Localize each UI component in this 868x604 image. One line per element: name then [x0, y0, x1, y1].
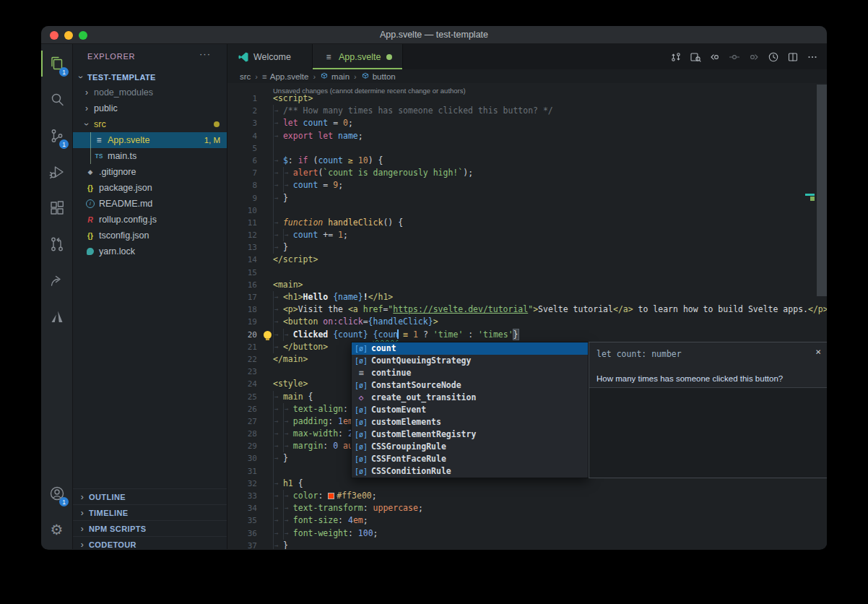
suggestion-create_out_transition[interactable]: create_out_transition: [352, 392, 588, 404]
suggestion-cssgroupingrule[interactable]: CSSGroupingRule: [352, 441, 588, 453]
code-line-9[interactable]: 9→}: [227, 192, 827, 204]
color-swatch[interactable]: [328, 493, 334, 499]
code-line-37[interactable]: 37→}: [227, 540, 827, 549]
breadcrumb-item-app-svelte[interactable]: ≡App.svelte: [262, 72, 308, 81]
file-row-tsconfig-json[interactable]: tsconfig.json: [73, 228, 227, 243]
sidebar-panel-codetour[interactable]: ›CODETOUR: [73, 536, 227, 550]
code-line-15[interactable]: 15: [227, 267, 827, 279]
code-line-35[interactable]: 35→→font-size: 4em;: [227, 514, 827, 527]
azure-icon: [48, 308, 66, 325]
code-line-3[interactable]: 3→let count = 0;: [227, 117, 827, 129]
breadcrumb[interactable]: src›≡App.svelte›main›button: [227, 69, 827, 83]
code-line-2[interactable]: 2→/** How many times has someone clicked…: [227, 105, 827, 117]
lightbulb-icon[interactable]: [264, 331, 272, 339]
line-number: 4: [227, 130, 273, 142]
more-actions-icon[interactable]: [807, 51, 818, 63]
file-row--gitignore[interactable]: .gitignore: [73, 164, 227, 180]
suggestion-customelementregistry[interactable]: CustomElementRegistry: [352, 428, 588, 441]
chevron-down-icon: ›: [76, 74, 86, 81]
line-number: 16: [227, 279, 273, 291]
sidebar-panel-timeline[interactable]: ›TIMELINE: [73, 504, 227, 520]
file-row-app-svelte[interactable]: App.svelte1, M: [73, 132, 227, 148]
file-row-package-json[interactable]: package.json: [73, 180, 227, 196]
activity-bar-item-extensions[interactable]: [41, 190, 72, 226]
activity-bar-item-source-control[interactable]: 1: [41, 118, 72, 154]
code-line-1[interactable]: 1<script>: [227, 92, 827, 105]
code-line-10[interactable]: 10: [227, 204, 827, 217]
previous-change-icon[interactable]: [709, 51, 721, 63]
activity-bar-item-live-share[interactable]: [41, 262, 72, 298]
file-row-readme-md[interactable]: README.md: [73, 196, 227, 212]
suggestion-continue[interactable]: continue: [352, 367, 588, 379]
code-line-18[interactable]: 18→<p>Visit the <a href="https://svelte.…: [227, 303, 827, 316]
code-line-13[interactable]: 13→}: [227, 241, 827, 254]
window-title: App.svelte — test-template: [41, 30, 827, 40]
code-line-12[interactable]: 12→→count += 1;: [227, 229, 827, 241]
file-row-rollup-config-js[interactable]: rollup.config.js: [73, 212, 227, 228]
code-line-36[interactable]: 36→→font-weight: 100;: [227, 527, 827, 540]
file-row-yarn-lock[interactable]: yarn.lock: [73, 243, 227, 259]
start-timer-icon[interactable]: [768, 51, 779, 63]
suggest-details-empty-area: [589, 387, 827, 478]
breadcrumb-item-main[interactable]: main: [320, 72, 350, 81]
code-line-6[interactable]: 6→$: if (count ≥ 10) {: [227, 155, 827, 167]
title-bar[interactable]: App.svelte — test-template: [41, 26, 827, 44]
line-number: 11: [227, 217, 273, 229]
code-line-11[interactable]: 11→function handleClick() {: [227, 217, 827, 229]
symbol-variable-icon: [355, 355, 368, 367]
symbol-variable-icon: [355, 465, 368, 478]
code-line-8[interactable]: 8→→count = 9;: [227, 179, 827, 191]
suggestion-label: continue: [371, 367, 411, 379]
breadcrumb-item-src[interactable]: src: [240, 72, 251, 81]
open-changes-icon[interactable]: [670, 51, 682, 63]
activity-bar-item-run-and-debug[interactable]: [41, 154, 72, 190]
code-line-14[interactable]: 14</script>: [227, 254, 827, 266]
workspace-section-header[interactable]: › TEST-TEMPLATE: [73, 69, 227, 85]
code-line-32[interactable]: 32→h1 {: [227, 478, 827, 490]
file-row-main-ts[interactable]: main.ts: [73, 148, 227, 164]
code-line-33[interactable]: 33→→color: #ff3e00;: [227, 490, 827, 502]
current-change-icon[interactable]: [729, 51, 740, 63]
tab-welcome[interactable]: Welcome: [227, 44, 313, 69]
code-line-4[interactable]: 4→export let name;: [227, 130, 827, 142]
sidebar-more-actions-icon[interactable]: ···: [199, 48, 211, 59]
suggestion-customevent[interactable]: CustomEvent: [352, 404, 588, 416]
chevron-down-icon: ›: [82, 121, 92, 128]
file-row-src[interactable]: ›src: [73, 116, 227, 132]
activity-bar-item-azure[interactable]: [41, 298, 72, 335]
breadcrumb-item-button[interactable]: button: [361, 72, 396, 81]
suggestion-cssconditionrule[interactable]: CSSConditionRule: [352, 465, 588, 478]
next-change-icon[interactable]: [748, 51, 760, 63]
code-line-7[interactable]: 7→→alert(`count is dangerously high!`);: [227, 167, 827, 179]
code-line-5[interactable]: 5: [227, 142, 827, 155]
editor-scrollbar[interactable]: [817, 85, 827, 296]
activity-bar-top: 11: [41, 46, 72, 335]
split-editor-icon[interactable]: [787, 51, 799, 63]
code-line-19[interactable]: 19→<button on:click={handleClick}>: [227, 316, 827, 328]
file-row-node-modules[interactable]: ›node_modules: [73, 85, 227, 100]
suggestion-customelements[interactable]: customElements: [352, 416, 588, 428]
sidebar-panel-npm-scripts[interactable]: ›NPM SCRIPTS: [73, 520, 227, 536]
suggestion-countqueuingstrategy[interactable]: CountQueuingStrategy: [352, 355, 588, 367]
suggestion-cssfontfacerule[interactable]: CSSFontFaceRule: [352, 453, 588, 465]
code-line-20[interactable]: 20→→Clicked {count} {coun ≡ 1 ? 'time' :…: [227, 329, 827, 341]
code-editor[interactable]: Unsaved changes (cannot determine recent…: [227, 83, 827, 549]
tab-label: App.svelte: [339, 52, 381, 62]
open-preview-icon[interactable]: [690, 51, 701, 63]
tab-app-svelte[interactable]: ≡App.svelte: [313, 44, 403, 69]
sidebar-panel-outline[interactable]: ›OUTLINE: [73, 488, 227, 504]
code-line-17[interactable]: 17→<h1>Hello {name}!</h1>: [227, 291, 827, 303]
badge: 1: [59, 497, 69, 506]
activity-bar-item-explorer[interactable]: 1: [41, 46, 72, 82]
suggestion-constantsourcenode[interactable]: ConstantSourceNode: [352, 379, 588, 392]
file-label: package.json: [99, 183, 152, 193]
file-row-public[interactable]: ›public: [73, 100, 227, 116]
activity-bar-item-accounts[interactable]: 1: [41, 475, 72, 512]
code-line-34[interactable]: 34→→text-transform: uppercase;: [227, 502, 827, 514]
close-icon[interactable]: ×: [815, 345, 821, 358]
code-line-16[interactable]: 16<main>: [227, 279, 827, 291]
suggestion-count[interactable]: count: [352, 342, 588, 355]
activity-bar-item-settings[interactable]: ⚙: [41, 512, 72, 548]
activity-bar-item-search[interactable]: [41, 82, 72, 118]
activity-bar-item-github-pull-requests[interactable]: [41, 226, 72, 262]
